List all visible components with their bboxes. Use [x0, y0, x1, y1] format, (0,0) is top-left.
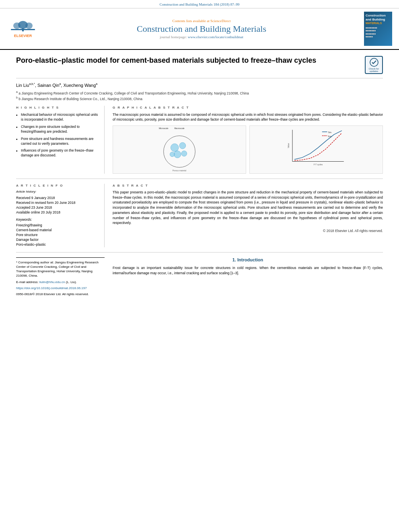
check-label: Check for updates [366, 68, 382, 72]
sciencedirect-link: Contents lists available at ScienceDirec… [41, 19, 362, 23]
copyright-text: © 2018 Elsevier Ltd. All rights reserved… [113, 229, 383, 233]
svg-text:Exp.: Exp. [328, 135, 332, 137]
author-xuechengwang: Xuecheng Wang [63, 83, 96, 88]
svg-text:Sim.: Sim. [328, 131, 332, 134]
highlight-item-3: Pore structure and hardness measurements… [16, 137, 98, 146]
svg-text:Porous material: Porous material [173, 170, 186, 172]
graphical-abstract-label: G R A P H I C A L A B S T R A C T [113, 106, 383, 109]
svg-text:Macroscale: Macroscale [174, 127, 184, 129]
svg-text:F-T cycles: F-T cycles [314, 164, 323, 166]
svg-text:Value: Value [288, 143, 290, 148]
highlight-item-1: Mechanical behavior of microscopic spher… [16, 113, 98, 122]
svg-point-3 [25, 23, 33, 29]
introduction-text: Frost damage is an important sustainabil… [113, 265, 383, 276]
svg-point-13 [181, 151, 187, 156]
elsevier-logo: ELSEVIER [5, 17, 41, 41]
abstract-column: A B S T R A C T This paper presents a po… [113, 184, 383, 247]
affiliation-a: a a Jiangsu Engineering Research Center … [16, 90, 383, 96]
citation-text: Construction and Building Materials 184 … [160, 2, 239, 6]
sphere-diagram-svg: Macroscale Microscale Porous material [113, 126, 246, 173]
check-for-updates-badge: Check for updates [365, 56, 383, 74]
article-info-abstract-section: A R T I C L E I N F O Article history: R… [16, 184, 383, 253]
keyword-5: Poro-elastic–plastic [16, 242, 98, 246]
email-link[interactable]: liulin@hhu.edu.cn [39, 280, 65, 284]
highlights-graphical-section: H I G H L I G H T S Mechanical behavior … [16, 106, 383, 179]
keyword-1: Freezing/thawing [16, 223, 98, 227]
svg-rect-4 [22, 28, 24, 31]
received-date: Received 9 January 2018 [16, 196, 98, 200]
journal-header: ELSEVIER Contents lists available at Sci… [0, 8, 399, 50]
page: Construction and Building Materials 184 … [0, 0, 399, 532]
graphical-abstract-figures: Macroscale Microscale Porous material [113, 125, 383, 174]
checkmark-icon [370, 58, 378, 67]
article-info-column: A R T I C L E I N F O Article history: R… [16, 184, 105, 247]
affiliation-b: b b Jiangsu Research Institute of Buildi… [16, 96, 383, 102]
keywords-label: Keywords: [16, 218, 98, 222]
journal-center: Contents lists available at ScienceDirec… [41, 19, 362, 39]
email-note: E-mail address: liulin@hhu.edu.cn (L. Li… [16, 280, 105, 284]
article-title-section: Poro-elastic–plastic model for cement-ba… [16, 56, 383, 78]
chart-diagram: Value F-T cycles Sim. Exp. [249, 125, 383, 174]
highlight-item-4: Influences of pore geometry on the freez… [16, 148, 98, 158]
svg-text:ELSEVIER: ELSEVIER [14, 34, 32, 38]
revised-date: Received in revised form 20 June 2018 [16, 201, 98, 205]
chart-diagram-svg: Value F-T cycles Sim. Exp. [250, 126, 383, 173]
highlights-label: H I G H L I G H T S [16, 106, 98, 109]
keywords-list: Freezing/thawing Cement-based material P… [16, 223, 98, 246]
elsevier-tree-icon: ELSEVIER [9, 17, 37, 39]
main-content: Poro-elastic–plastic model for cement-ba… [0, 50, 399, 302]
accepted-date: Accepted 23 June 2018 [16, 205, 98, 210]
abstract-text: This paper presents a poro-elastic–plast… [113, 190, 383, 226]
svg-point-11 [179, 142, 186, 149]
corresponding-author-note: * Corresponding author at: Jiangsu Engin… [16, 260, 105, 278]
introduction-heading: 1. Introduction [113, 257, 383, 262]
svg-point-10 [171, 144, 179, 152]
author-sainanqin: Sainan Qin [37, 83, 59, 88]
journal-cover: Construction and Building MATERIALS ■■■■… [362, 12, 394, 46]
doi-link: https://doi.org/10.1016/j.conbuildmat.20… [16, 286, 105, 290]
keyword-2: Cement-based material [16, 228, 98, 232]
article-history-label: Article history: [16, 190, 98, 193]
svg-point-2 [13, 23, 21, 29]
cover-image: Construction and Building MATERIALS ■■■■… [364, 12, 392, 46]
svg-text:Microscale: Microscale [159, 127, 169, 129]
journal-homepage: journal homepage: www.elsevier.com/locat… [41, 35, 362, 39]
introduction-section: * Corresponding author at: Jiangsu Engin… [16, 257, 383, 298]
available-date: Available online 20 July 2018 [16, 210, 98, 214]
introduction-column: 1. Introduction Frost damage is an impor… [113, 257, 383, 298]
footnotes-column: * Corresponding author at: Jiangsu Engin… [16, 257, 105, 298]
keyword-4: Damage factor [16, 238, 98, 242]
article-info-label: A R T I C L E I N F O [16, 184, 98, 187]
highlights-column: H I G H L I G H T S Mechanical behavior … [16, 106, 105, 174]
affiliations: a a Jiangsu Engineering Research Center … [16, 90, 383, 102]
journal-title: Construction and Building Materials [41, 24, 362, 34]
graphical-abstract-column: G R A P H I C A L A B S T R A C T The ma… [113, 106, 383, 174]
article-title: Poro-elastic–plastic model for cement-ba… [16, 56, 359, 65]
svg-point-12 [174, 151, 181, 158]
graphical-abstract-text: The macroscopic porous material is assum… [113, 113, 383, 122]
abstract-label: A B S T R A C T [113, 184, 383, 187]
sphere-diagram: Macroscale Microscale Porous material [113, 125, 246, 174]
highlight-item-2: Changes in pore structure subjected to f… [16, 125, 98, 134]
citation-bar: Construction and Building Materials 184 … [0, 0, 399, 8]
highlights-list: Mechanical behavior of microscopic spher… [16, 113, 98, 158]
svg-point-14 [170, 152, 175, 157]
issn-text: 0950-0618/© 2018 Elsevier Ltd. All right… [16, 292, 105, 296]
keyword-3: Pore structure [16, 233, 98, 237]
author-linliu: Lin Liu [16, 83, 29, 88]
authors-line: Lin Liua,b,*, Sainan Qina, Xuecheng Wang… [16, 82, 383, 88]
